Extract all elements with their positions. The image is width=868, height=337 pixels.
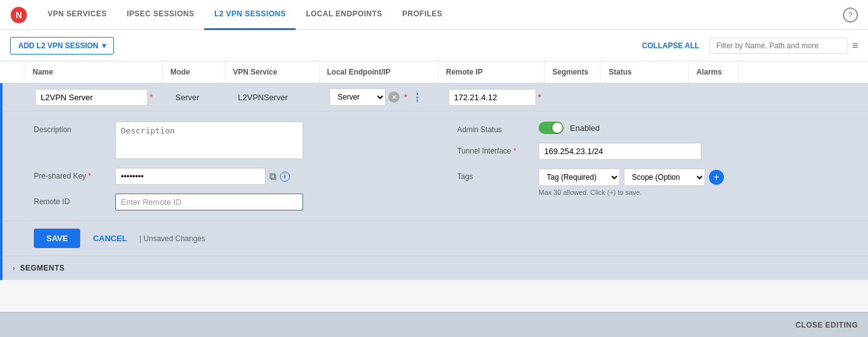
th-local-endpoint: Local Endpoint/IP <box>319 61 438 83</box>
description-row: Description <box>34 122 432 159</box>
nav-item-ipsec-sessions[interactable]: IPSEC SESSIONS <box>116 0 204 30</box>
add-button-label: ADD L2 VPN SESSION <box>18 41 98 50</box>
nav-items: VPN SERVICES IPSEC SESSIONS L2 VPN SESSI… <box>38 0 843 30</box>
name-input[interactable] <box>35 89 148 106</box>
row-name-cell: * <box>35 89 170 106</box>
add-l2vpn-session-button[interactable]: ADD L2 VPN SESSION ▾ <box>10 37 114 54</box>
remote-ip-required-star: * <box>538 92 541 102</box>
psk-copy-icon[interactable]: ⧉ <box>269 171 276 182</box>
tunnel-interface-row: Tunnel Interface * <box>457 143 855 160</box>
name-required-star: * <box>150 92 153 102</box>
psk-info-icon[interactable]: i <box>280 172 290 182</box>
th-alarms: Alarms <box>689 61 739 83</box>
unsaved-changes-label: | Unsaved Changes <box>140 234 205 243</box>
toggle-thumb <box>552 123 562 133</box>
remote-id-row: Remote ID <box>34 194 432 210</box>
tags-hint: Max 30 allowed. Click (+) to save. <box>539 189 724 196</box>
th-vpn-service: VPN Service <box>225 61 319 83</box>
admin-status-toggle[interactable] <box>539 122 564 134</box>
add-tag-button[interactable]: + <box>709 170 724 185</box>
psk-container: ⧉ i <box>115 168 290 185</box>
table-header: Name Mode VPN Service Local Endpoint/IP … <box>0 61 868 83</box>
segments-label: SEGMENTS <box>20 264 65 272</box>
th-status: Status <box>601 61 689 83</box>
psk-required-star: * <box>88 172 91 180</box>
th-segments: Segments <box>545 61 601 83</box>
dropdown-arrow-icon: ▾ <box>102 41 106 50</box>
th-name: Name <box>25 61 163 83</box>
segments-row[interactable]: › SEGMENTS <box>3 256 868 280</box>
tags-row: Tags Tag (Required) Scope (Option + Max … <box>457 168 855 196</box>
app-logo: N <box>10 6 28 24</box>
close-editing-button[interactable]: CLOSE EDITING <box>795 321 858 329</box>
save-button[interactable]: SAVE <box>34 229 80 248</box>
psk-input[interactable] <box>115 168 266 185</box>
tags-control: Tag (Required) Scope (Option + Max 30 al… <box>539 168 724 196</box>
tunnel-required-star: * <box>514 147 517 155</box>
psk-label: Pre-shared Key * <box>34 168 109 180</box>
nav-item-local-endpoints[interactable]: LOCAL ENDPOINTS <box>296 0 392 30</box>
th-expand <box>0 66 25 78</box>
local-endpoint-required-star: * <box>404 92 407 102</box>
clear-local-endpoint-button[interactable]: ✕ <box>388 91 400 103</box>
th-remote-ip: Remote IP <box>438 61 545 83</box>
top-nav: N VPN SERVICES IPSEC SESSIONS L2 VPN SES… <box>0 0 868 30</box>
nav-item-profiles[interactable]: PROFILES <box>392 0 452 30</box>
nav-item-vpn-services[interactable]: VPN SERVICES <box>38 0 116 30</box>
form-section: Description Pre-shared Key * ⧉ i Remote … <box>3 111 868 220</box>
segments-chevron-icon: › <box>13 264 15 272</box>
local-endpoint-select[interactable]: Server <box>329 88 386 106</box>
scope-optional-select[interactable]: Scope (Option <box>624 168 705 186</box>
tag-required-select[interactable]: Tag (Required) <box>539 168 620 186</box>
admin-status-control: Enabled <box>539 122 600 134</box>
remote-id-input[interactable] <box>115 194 303 210</box>
close-editing-footer: CLOSE EDITING <box>0 312 868 337</box>
tunnel-interface-label: Tunnel Interface * <box>457 143 532 155</box>
row-mode-cell: Server <box>170 93 233 102</box>
cancel-button[interactable]: CANCEL <box>88 229 132 248</box>
svg-text:N: N <box>16 10 22 20</box>
filter-input[interactable] <box>710 38 847 54</box>
row-primary: * Server L2VPNServer Server ✕ * ⋮ * <box>3 83 868 111</box>
row-vpn-cell: L2VPNServer <box>233 93 327 102</box>
th-mode: Mode <box>163 61 225 83</box>
filter-icon[interactable]: ≡ <box>852 40 858 51</box>
description-textarea[interactable] <box>115 122 303 159</box>
row-remote-cell: * <box>446 89 552 106</box>
form-right: Admin Status Enabled Tunnel Interface * <box>457 122 855 210</box>
row-local-cell: Server ✕ * ⋮ <box>327 88 446 106</box>
remote-id-label: Remote ID <box>34 194 109 206</box>
tags-label: Tags <box>457 168 532 181</box>
admin-status-value: Enabled <box>570 123 600 133</box>
help-icon[interactable]: ? <box>843 8 858 23</box>
nav-item-l2-vpn-sessions[interactable]: L2 VPN SESSIONS <box>204 0 296 30</box>
description-label: Description <box>34 122 109 134</box>
admin-status-label: Admin Status <box>457 122 532 134</box>
tags-container: Tag (Required) Scope (Option + <box>539 168 724 186</box>
remote-ip-input[interactable] <box>448 89 536 106</box>
admin-status-row: Admin Status Enabled <box>457 122 855 134</box>
actions-row: SAVE CANCEL | Unsaved Changes <box>3 220 868 256</box>
collapse-all-button[interactable]: COLLAPSE ALL <box>642 41 700 50</box>
toolbar: ADD L2 VPN SESSION ▾ COLLAPSE ALL ≡ <box>0 30 868 61</box>
psk-row: Pre-shared Key * ⧉ i <box>34 168 432 185</box>
tunnel-interface-input[interactable] <box>539 143 701 160</box>
expanded-row: * Server L2VPNServer Server ✕ * ⋮ * <box>0 83 868 280</box>
more-options-icon[interactable]: ⋮ <box>410 90 425 105</box>
form-left: Description Pre-shared Key * ⧉ i Remote … <box>34 122 432 210</box>
